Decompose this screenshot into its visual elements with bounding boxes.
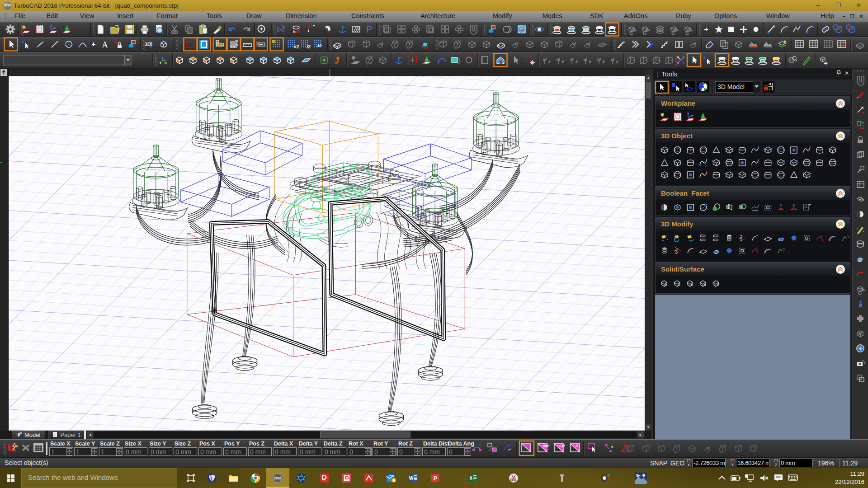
svg-text:/2: /2 xyxy=(307,44,311,49)
svg-text:3D Model: 3D Model xyxy=(717,83,745,90)
svg-text:P: P xyxy=(576,444,578,448)
svg-text:P: P xyxy=(366,24,372,34)
svg-text:WP: WP xyxy=(543,444,550,448)
svg-text:W: W xyxy=(409,476,413,481)
svg-text:1: 1 xyxy=(54,433,56,437)
svg-text:A: A xyxy=(102,40,108,49)
svg-text:X: X xyxy=(469,476,472,481)
svg-text:×2: ×2 xyxy=(293,44,299,49)
svg-text:3D: 3D xyxy=(145,42,151,47)
svg-text:2016: 2016 xyxy=(274,477,281,480)
svg-text:3: 3 xyxy=(783,27,786,32)
svg-text:CP: CP xyxy=(559,444,565,448)
svg-text:P: P xyxy=(433,475,437,482)
